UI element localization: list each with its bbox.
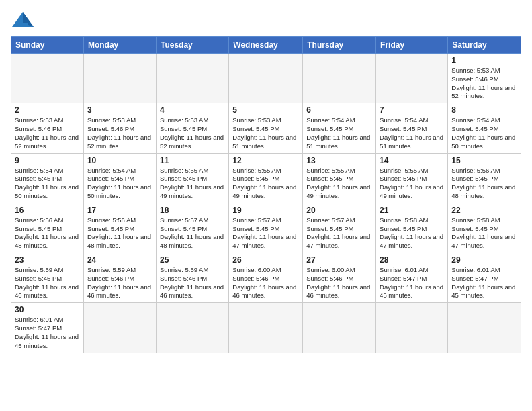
day-info: Sunrise: 5:59 AM Sunset: 5:45 PM Dayligh…: [15, 266, 80, 300]
weekday-thursday: Thursday: [303, 37, 376, 54]
calendar-cell: 19Sunrise: 5:57 AM Sunset: 5:45 PM Dayli…: [229, 203, 303, 253]
calendar-cell: 6Sunrise: 5:54 AM Sunset: 5:45 PM Daylig…: [303, 103, 376, 153]
calendar-cell: 14Sunrise: 5:55 AM Sunset: 5:45 PM Dayli…: [376, 153, 448, 203]
calendar-cell: 30Sunrise: 6:01 AM Sunset: 5:47 PM Dayli…: [11, 303, 84, 353]
day-info: Sunrise: 5:55 AM Sunset: 5:45 PM Dayligh…: [380, 167, 444, 201]
day-info: Sunrise: 5:54 AM Sunset: 5:45 PM Dayligh…: [380, 116, 444, 150]
day-info: Sunrise: 5:58 AM Sunset: 5:45 PM Dayligh…: [380, 216, 444, 250]
calendar-cell: 8Sunrise: 5:54 AM Sunset: 5:45 PM Daylig…: [448, 103, 521, 153]
day-number: 20: [306, 205, 372, 215]
calendar-cell: 29Sunrise: 6:01 AM Sunset: 5:47 PM Dayli…: [448, 253, 521, 303]
day-number: 19: [232, 205, 299, 215]
day-number: 30: [15, 305, 80, 314]
calendar-cell: 4Sunrise: 5:53 AM Sunset: 5:45 PM Daylig…: [156, 103, 228, 153]
day-info: Sunrise: 6:00 AM Sunset: 5:46 PM Dayligh…: [232, 266, 299, 300]
calendar-cell: 25Sunrise: 5:59 AM Sunset: 5:46 PM Dayli…: [156, 253, 228, 303]
day-number: 27: [306, 255, 372, 265]
day-number: 9: [15, 156, 80, 165]
day-number: 5: [232, 105, 299, 115]
day-info: Sunrise: 5:53 AM Sunset: 5:45 PM Dayligh…: [160, 116, 225, 150]
calendar-cell: [83, 303, 156, 353]
day-info: Sunrise: 5:53 AM Sunset: 5:46 PM Dayligh…: [87, 116, 152, 150]
calendar-cell: [303, 54, 376, 103]
day-number: 28: [380, 255, 444, 265]
calendar-cell: 16Sunrise: 5:56 AM Sunset: 5:45 PM Dayli…: [11, 203, 84, 253]
calendar-cell: 26Sunrise: 6:00 AM Sunset: 5:46 PM Dayli…: [229, 253, 303, 303]
day-number: 13: [306, 156, 372, 165]
day-number: 17: [87, 205, 152, 215]
calendar-cell: 23Sunrise: 5:59 AM Sunset: 5:45 PM Dayli…: [11, 253, 84, 303]
calendar-cell: 10Sunrise: 5:54 AM Sunset: 5:45 PM Dayli…: [83, 153, 156, 203]
calendar-cell: [156, 54, 228, 103]
day-info: Sunrise: 5:55 AM Sunset: 5:45 PM Dayligh…: [232, 167, 299, 201]
calendar-cell: [156, 303, 228, 353]
calendar-cell: 18Sunrise: 5:57 AM Sunset: 5:45 PM Dayli…: [156, 203, 228, 253]
day-number: 8: [451, 105, 517, 115]
day-info: Sunrise: 5:55 AM Sunset: 5:45 PM Dayligh…: [160, 167, 225, 201]
calendar-cell: [303, 303, 376, 353]
calendar-cell: 20Sunrise: 5:57 AM Sunset: 5:45 PM Dayli…: [303, 203, 376, 253]
week-row-1: 2Sunrise: 5:53 AM Sunset: 5:46 PM Daylig…: [11, 103, 521, 153]
day-info: Sunrise: 5:54 AM Sunset: 5:45 PM Dayligh…: [15, 167, 80, 201]
day-info: Sunrise: 5:53 AM Sunset: 5:45 PM Dayligh…: [232, 116, 299, 150]
day-number: 22: [451, 205, 517, 215]
week-row-0: 1Sunrise: 5:53 AM Sunset: 5:46 PM Daylig…: [11, 54, 521, 103]
calendar-cell: 2Sunrise: 5:53 AM Sunset: 5:46 PM Daylig…: [11, 103, 84, 153]
weekday-sunday: Sunday: [11, 37, 84, 54]
day-number: 16: [15, 205, 80, 215]
day-number: 15: [451, 156, 517, 165]
day-info: Sunrise: 5:57 AM Sunset: 5:45 PM Dayligh…: [160, 216, 225, 250]
calendar-cell: 24Sunrise: 5:59 AM Sunset: 5:46 PM Dayli…: [83, 253, 156, 303]
day-info: Sunrise: 5:58 AM Sunset: 5:45 PM Dayligh…: [451, 216, 517, 250]
header: [11, 11, 521, 30]
day-number: 4: [160, 105, 225, 115]
day-info: Sunrise: 6:01 AM Sunset: 5:47 PM Dayligh…: [15, 316, 80, 350]
day-info: Sunrise: 6:01 AM Sunset: 5:47 PM Dayligh…: [451, 266, 517, 300]
day-info: Sunrise: 5:53 AM Sunset: 5:46 PM Dayligh…: [15, 116, 80, 150]
day-info: Sunrise: 5:56 AM Sunset: 5:45 PM Dayligh…: [15, 216, 80, 250]
day-info: Sunrise: 5:56 AM Sunset: 5:45 PM Dayligh…: [87, 216, 152, 250]
calendar-cell: 15Sunrise: 5:56 AM Sunset: 5:45 PM Dayli…: [448, 153, 521, 203]
day-number: 14: [380, 156, 444, 165]
week-row-4: 23Sunrise: 5:59 AM Sunset: 5:45 PM Dayli…: [11, 253, 521, 303]
day-info: Sunrise: 5:54 AM Sunset: 5:45 PM Dayligh…: [451, 116, 517, 150]
calendar-cell: 28Sunrise: 6:01 AM Sunset: 5:47 PM Dayli…: [376, 253, 448, 303]
svg-rect-2: [17, 23, 28, 25]
weekday-monday: Monday: [83, 37, 156, 54]
logo: [11, 11, 39, 30]
calendar-cell: 9Sunrise: 5:54 AM Sunset: 5:45 PM Daylig…: [11, 153, 84, 203]
week-row-5: 30Sunrise: 6:01 AM Sunset: 5:47 PM Dayli…: [11, 303, 521, 353]
calendar-cell: 21Sunrise: 5:58 AM Sunset: 5:45 PM Dayli…: [376, 203, 448, 253]
calendar-cell: [229, 54, 303, 103]
day-info: Sunrise: 6:01 AM Sunset: 5:47 PM Dayligh…: [380, 266, 444, 300]
day-number: 6: [306, 105, 372, 115]
day-info: Sunrise: 5:54 AM Sunset: 5:45 PM Dayligh…: [87, 167, 152, 201]
calendar-cell: 3Sunrise: 5:53 AM Sunset: 5:46 PM Daylig…: [83, 103, 156, 153]
calendar-cell: [83, 54, 156, 103]
day-number: 10: [87, 156, 152, 165]
calendar-cell: 5Sunrise: 5:53 AM Sunset: 5:45 PM Daylig…: [229, 103, 303, 153]
day-number: 3: [87, 105, 152, 115]
day-number: 24: [87, 255, 152, 265]
logo-icon: [11, 11, 35, 30]
calendar-cell: 7Sunrise: 5:54 AM Sunset: 5:45 PM Daylig…: [376, 103, 448, 153]
day-number: 25: [160, 255, 225, 265]
calendar-cell: 11Sunrise: 5:55 AM Sunset: 5:45 PM Dayli…: [156, 153, 228, 203]
day-info: Sunrise: 5:57 AM Sunset: 5:45 PM Dayligh…: [306, 216, 372, 250]
weekday-tuesday: Tuesday: [156, 37, 228, 54]
day-info: Sunrise: 5:53 AM Sunset: 5:46 PM Dayligh…: [451, 66, 517, 101]
day-number: 21: [380, 205, 444, 215]
day-number: 26: [232, 255, 299, 265]
week-row-2: 9Sunrise: 5:54 AM Sunset: 5:45 PM Daylig…: [11, 153, 521, 203]
day-info: Sunrise: 5:55 AM Sunset: 5:45 PM Dayligh…: [306, 167, 372, 201]
calendar-cell: [11, 54, 84, 103]
calendar-cell: 13Sunrise: 5:55 AM Sunset: 5:45 PM Dayli…: [303, 153, 376, 203]
calendar-cell: [229, 303, 303, 353]
weekday-header-row: SundayMondayTuesdayWednesdayThursdayFrid…: [11, 37, 521, 54]
calendar-cell: [448, 303, 521, 353]
calendar-cell: [376, 54, 448, 103]
day-number: 12: [232, 156, 299, 165]
calendar: SundayMondayTuesdayWednesdayThursdayFrid…: [11, 36, 521, 353]
calendar-cell: [376, 303, 448, 353]
day-number: 18: [160, 205, 225, 215]
